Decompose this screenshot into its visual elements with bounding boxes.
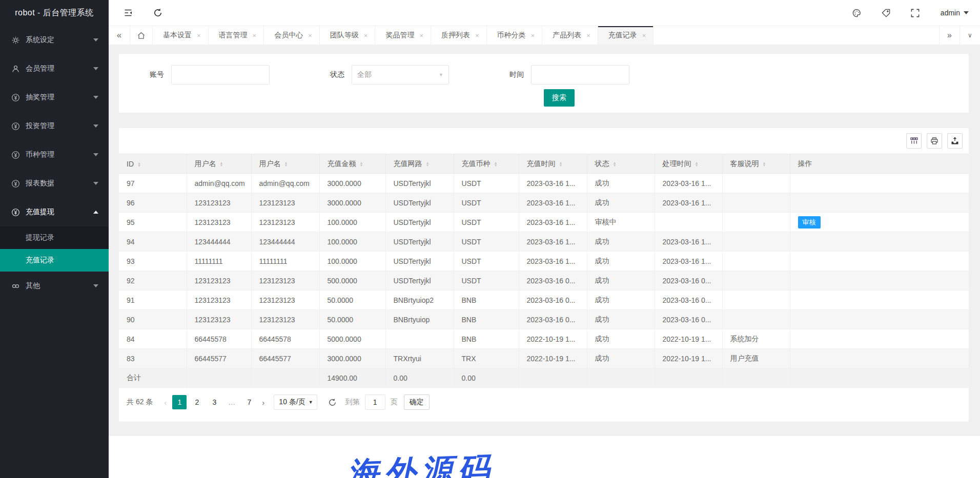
cell-action xyxy=(790,271,969,290)
close-icon[interactable]: × xyxy=(531,32,535,39)
page-button-7[interactable]: 7 xyxy=(242,395,256,409)
home-tab[interactable] xyxy=(130,26,153,45)
column-header-处理时间[interactable]: 处理时间▲▼ xyxy=(655,154,722,174)
column-header-充值网路[interactable]: 充值网路▲▼ xyxy=(385,154,454,174)
tab-产品列表[interactable]: 产品列表× xyxy=(542,26,598,45)
page-button-2[interactable]: 2 xyxy=(190,395,204,409)
tabs-scroll-left-icon[interactable]: « xyxy=(109,26,130,45)
column-header-用户名[interactable]: 用户名▲▼ xyxy=(251,154,319,174)
close-icon[interactable]: × xyxy=(419,32,423,39)
sidebar-item-2[interactable]: 抽奖管理 xyxy=(0,83,109,112)
caret-down-icon xyxy=(93,182,98,185)
close-icon[interactable]: × xyxy=(475,32,479,39)
user-menu[interactable]: admin xyxy=(941,9,969,17)
status-filter-group: 状态 全部 ▼ xyxy=(330,65,449,85)
cell-handle_time: 2023-03-16 0... xyxy=(655,290,722,310)
cell-username: 123123123 xyxy=(187,310,251,329)
tab-质押列表[interactable]: 质押列表× xyxy=(431,26,487,45)
sidebar-subitem-充值记录[interactable]: 充值记录 xyxy=(0,249,109,272)
tab-会员中心[interactable]: 会员中心× xyxy=(264,26,320,45)
column-header-状态[interactable]: 状态▲▼ xyxy=(587,154,655,174)
table-panel: ID▲▼用户名▲▼用户名▲▼充值金额▲▼充值网路▲▼充值币种▲▼充值时间▲▼状态… xyxy=(119,128,969,422)
page-button-3[interactable]: 3 xyxy=(207,395,221,409)
tab-语言管理[interactable]: 语言管理× xyxy=(209,26,264,45)
total-count: 共 62 条 xyxy=(127,398,153,407)
time-input[interactable] xyxy=(531,65,629,85)
cell-time: 2023-03-16 1... xyxy=(519,213,587,232)
sort-icon[interactable]: ▲▼ xyxy=(613,161,617,167)
page-unit-label: 页 xyxy=(391,398,398,407)
close-icon[interactable]: × xyxy=(364,32,368,39)
sidebar-item-6[interactable]: 充值提现 xyxy=(0,198,109,226)
sort-icon[interactable]: ▲▼ xyxy=(137,162,141,167)
prev-page-icon[interactable]: ‹ xyxy=(160,398,171,407)
column-header-用户名[interactable]: 用户名▲▼ xyxy=(187,154,251,174)
tabbar: « 基本设置×语言管理×会员中心×团队等级×奖品管理×质押列表×币种分类×产品列… xyxy=(109,26,980,45)
cell-username: 66445577 xyxy=(187,349,251,368)
cell-username2: 123444444 xyxy=(251,232,319,252)
sort-icon[interactable]: ▲▼ xyxy=(494,161,498,167)
tabbar-filler xyxy=(654,26,939,45)
close-icon[interactable]: × xyxy=(197,32,201,39)
caret-down-icon xyxy=(93,153,98,156)
print-button[interactable] xyxy=(927,133,942,149)
cell-coin: BNB xyxy=(454,329,519,349)
sort-icon[interactable]: ▲▼ xyxy=(559,161,563,167)
column-header-充值金额[interactable]: 充值金额▲▼ xyxy=(319,154,385,174)
tabs-menu-icon[interactable]: ∨ xyxy=(959,26,980,45)
sidebar-submenu: 提现记录充值记录 xyxy=(0,226,109,272)
column-label: 充值币种 xyxy=(462,159,491,168)
sidebar-item-4[interactable]: 币种管理 xyxy=(0,140,109,169)
status-select[interactable]: 全部 ▼ xyxy=(352,65,449,85)
audit-button[interactable]: 审核 xyxy=(798,216,821,228)
table-body: 97admin@qq.comadmin@qq.com3000.0000USDTe… xyxy=(119,174,969,368)
close-icon[interactable]: × xyxy=(308,32,312,39)
close-icon[interactable]: × xyxy=(253,32,257,39)
sort-icon[interactable]: ▲▼ xyxy=(284,161,288,167)
cell-username: 66445578 xyxy=(187,329,251,349)
pager-refresh-icon[interactable] xyxy=(328,398,337,407)
tab-奖品管理[interactable]: 奖品管理× xyxy=(375,26,431,45)
select-caret-icon: ▼ xyxy=(439,72,443,77)
collapse-sidebar-icon[interactable] xyxy=(123,8,133,18)
search-button[interactable]: 搜索 xyxy=(544,89,575,107)
column-header-ID[interactable]: ID▲▼ xyxy=(119,154,187,174)
page-size-select[interactable]: 10 条/页 ▼ xyxy=(274,394,317,410)
sidebar-item-3[interactable]: 投资管理 xyxy=(0,112,109,140)
sidebar-item-5[interactable]: 报表数据 xyxy=(0,169,109,198)
sort-icon[interactable]: ▲▼ xyxy=(220,161,223,167)
cell-amount: 3000.0000 xyxy=(319,174,385,193)
fullscreen-icon[interactable] xyxy=(910,8,920,18)
close-icon[interactable]: × xyxy=(642,32,646,39)
sidebar-item-1[interactable]: 会员管理 xyxy=(0,54,109,83)
cell-amount: 100.0000 xyxy=(319,232,385,252)
sort-icon[interactable]: ▲▼ xyxy=(695,161,699,167)
tab-充值记录[interactable]: 充值记录× xyxy=(598,26,654,45)
sort-icon[interactable]: ▲▼ xyxy=(426,161,430,167)
refresh-icon[interactable] xyxy=(153,8,163,18)
column-header-充值时间[interactable]: 充值时间▲▼ xyxy=(519,154,587,174)
close-icon[interactable]: × xyxy=(586,32,590,39)
page-button-1[interactable]: 1 xyxy=(172,395,187,409)
column-label: ID xyxy=(127,160,134,168)
column-header-客服说明[interactable]: 客服说明▲▼ xyxy=(722,154,790,174)
cell-time: 2023-03-16 1... xyxy=(519,252,587,271)
tabs-scroll-right-icon[interactable]: » xyxy=(939,26,959,45)
tag-icon[interactable] xyxy=(881,8,891,18)
sidebar-item-7[interactable]: 其他 xyxy=(0,272,109,300)
tab-基本设置[interactable]: 基本设置× xyxy=(153,26,209,45)
next-page-icon[interactable]: › xyxy=(258,398,269,407)
account-input[interactable] xyxy=(171,65,270,85)
tab-团队等级[interactable]: 团队等级× xyxy=(320,26,376,45)
confirm-button[interactable]: 确定 xyxy=(404,394,430,410)
export-button[interactable] xyxy=(947,133,963,149)
goto-page-input[interactable] xyxy=(365,394,385,410)
filter-columns-button[interactable] xyxy=(906,133,922,149)
column-header-充值币种[interactable]: 充值币种▲▼ xyxy=(454,154,519,174)
theme-palette-icon[interactable] xyxy=(852,8,862,18)
sort-icon[interactable]: ▲▼ xyxy=(763,161,766,167)
sidebar-subitem-提现记录[interactable]: 提现记录 xyxy=(0,226,109,249)
sidebar-item-0[interactable]: 系统设定 xyxy=(0,26,109,54)
tab-币种分类[interactable]: 币种分类× xyxy=(487,26,543,45)
sort-icon[interactable]: ▲▼ xyxy=(360,161,363,167)
